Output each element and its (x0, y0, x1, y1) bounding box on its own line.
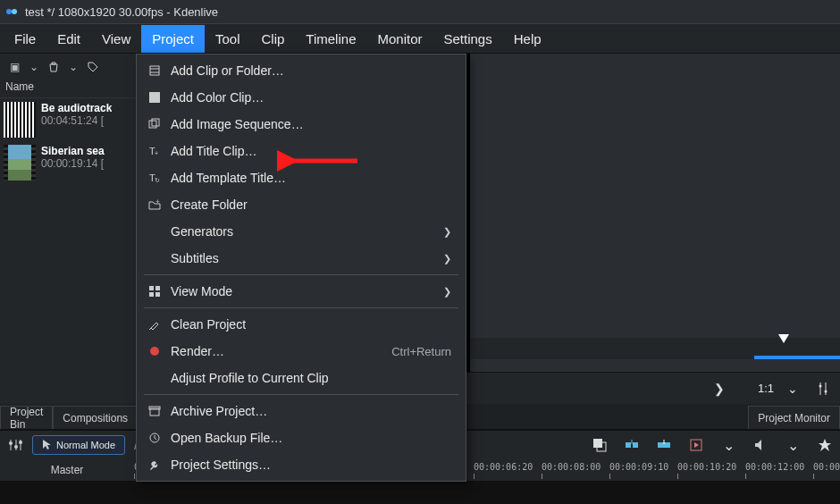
master-track-label[interactable]: Master (0, 459, 134, 481)
preview-empty-area (470, 54, 840, 372)
chevron-right-icon: ❯ (443, 253, 451, 265)
svg-text:+: + (155, 198, 160, 206)
menu-render[interactable]: Render… Ctrl+Return (137, 338, 466, 365)
menu-create-folder[interactable]: + Create Folder (137, 191, 466, 218)
menu-open-backup[interactable]: Open Backup File… (137, 424, 466, 451)
menu-subtitles[interactable]: Subtitles ❯ (137, 245, 466, 272)
chevron-down-icon[interactable]: ⌄ (785, 437, 801, 453)
menu-add-clip[interactable]: Add Clip or Folder… (137, 57, 466, 84)
menu-add-color-clip[interactable]: Add Color Clip… (137, 84, 466, 111)
menu-label: Add Image Sequence… (171, 117, 451, 131)
cursor-icon (42, 439, 51, 451)
chevron-down-icon[interactable]: ⌄ (66, 60, 80, 74)
svg-rect-10 (149, 92, 160, 103)
film-icon (146, 64, 164, 77)
clip-title: Be audiotrack (41, 102, 112, 114)
favorite-icon[interactable] (817, 437, 833, 453)
add-icon[interactable]: ▣ (7, 60, 21, 74)
tab-project-monitor[interactable]: Project Monitor (748, 406, 840, 429)
menu-archive-project[interactable]: Archive Project… (137, 398, 466, 424)
tab-project-bin[interactable]: Project Bin (0, 406, 53, 429)
insert-icon[interactable] (624, 437, 640, 453)
menu-shortcut: Ctrl+Return (391, 345, 451, 358)
svg-point-31 (14, 445, 18, 449)
delete-icon[interactable] (46, 60, 61, 74)
menu-label: View Mode (171, 284, 443, 298)
menu-label: Open Backup File… (171, 431, 451, 445)
menu-file[interactable]: File (4, 25, 46, 53)
zoom-ratio[interactable]: 1:1 (758, 382, 774, 395)
timeline-tick: 00:00:09:10 (609, 462, 668, 472)
normal-mode-button[interactable]: Normal Mode (32, 435, 125, 455)
list-item[interactable]: Be audiotrack 00:04:51:24 [ (0, 98, 136, 141)
menu-monitor[interactable]: Monitor (366, 25, 433, 53)
tab-compositions[interactable]: Compositions (53, 406, 138, 429)
settings-icon[interactable] (811, 377, 835, 400)
timeline-tick: 00:00:06:20 (474, 462, 533, 472)
wrench-icon (146, 458, 164, 471)
chevron-down-icon[interactable]: ⌄ (27, 60, 41, 74)
list-item[interactable]: Siberian sea 00:00:19:14 [ (0, 141, 136, 184)
menu-timeline[interactable]: Timeline (295, 25, 366, 53)
timeline-tick: 00:00:13:1 (813, 462, 840, 472)
next-icon[interactable]: ❯ (708, 377, 731, 400)
image-sequence-icon (146, 118, 164, 130)
grid-icon (146, 285, 164, 298)
menu-label: Render… (171, 344, 391, 358)
menu-clean-project[interactable]: Clean Project (137, 311, 466, 338)
svg-point-1 (12, 9, 17, 14)
bin-list: Be audiotrack 00:04:51:24 [ Siberian sea… (0, 98, 136, 404)
overlay-icon[interactable] (592, 437, 608, 453)
menu-add-image-sequence[interactable]: Add Image Sequence… (137, 111, 466, 138)
menu-tool[interactable]: Tool (205, 25, 251, 53)
menu-help[interactable]: Help (503, 25, 552, 53)
sliders-icon[interactable] (7, 437, 23, 453)
svg-text:+: + (155, 150, 158, 156)
menu-separator (144, 274, 458, 275)
svg-marker-2 (778, 334, 789, 343)
menu-label: Archive Project… (171, 404, 451, 418)
menu-generators[interactable]: Generators ❯ (137, 218, 466, 245)
tag-icon[interactable] (86, 60, 100, 74)
bin-column-header[interactable]: Name (0, 80, 136, 98)
title-icon: T+ (146, 145, 164, 157)
clip-thumbnail (4, 102, 36, 138)
menu-label: Project Settings… (171, 458, 451, 472)
timeline-tick: 00:00:08:00 (542, 462, 601, 472)
menu-edit[interactable]: Edit (46, 25, 91, 53)
chevron-down-icon[interactable]: ⌄ (720, 437, 736, 453)
menu-clip[interactable]: Clip (251, 25, 296, 53)
menu-project-settings[interactable]: Project Settings… (137, 451, 466, 478)
svg-rect-11 (149, 121, 156, 128)
menu-label: Add Color Clip… (171, 90, 451, 105)
zone-indicator[interactable] (754, 356, 840, 359)
menu-label: Add Clip or Folder… (171, 63, 451, 78)
menu-label: Subtitles (171, 251, 443, 265)
annotation-arrow-icon (277, 150, 366, 181)
menubar: File Edit View Project Tool Clip Timelin… (0, 23, 840, 54)
svg-point-22 (150, 347, 159, 356)
window-title: test */ 1080x1920 30.00fps - Kdenlive (25, 5, 218, 19)
playhead-marker-icon[interactable] (777, 332, 791, 345)
menu-view-mode[interactable]: View Mode ❯ (137, 278, 466, 305)
timeline-tick: 00:00:12:00 (745, 462, 804, 472)
color-clip-icon (146, 91, 164, 104)
preview-render-icon[interactable] (688, 437, 704, 453)
svg-text:↻: ↻ (155, 177, 160, 183)
template-title-icon: T↻ (146, 172, 164, 184)
svg-rect-18 (149, 286, 154, 290)
menu-adjust-profile[interactable]: Adjust Profile to Current Clip (137, 365, 466, 391)
menu-settings[interactable]: Settings (433, 25, 503, 53)
menu-view[interactable]: View (91, 25, 141, 53)
chevron-right-icon: ❯ (443, 286, 451, 298)
audio-icon[interactable] (752, 437, 769, 453)
svg-marker-40 (694, 442, 699, 448)
svg-marker-41 (819, 439, 831, 451)
project-menu-dropdown: Add Clip or Folder… Add Color Clip… Add … (136, 54, 466, 482)
svg-rect-19 (155, 286, 160, 290)
broom-icon (146, 318, 164, 331)
overwrite-icon[interactable] (656, 437, 672, 453)
clip-duration: 00:00:19:14 [ (41, 157, 105, 170)
chevron-down-icon[interactable]: ⌄ (781, 377, 804, 400)
menu-project[interactable]: Project (141, 25, 205, 53)
